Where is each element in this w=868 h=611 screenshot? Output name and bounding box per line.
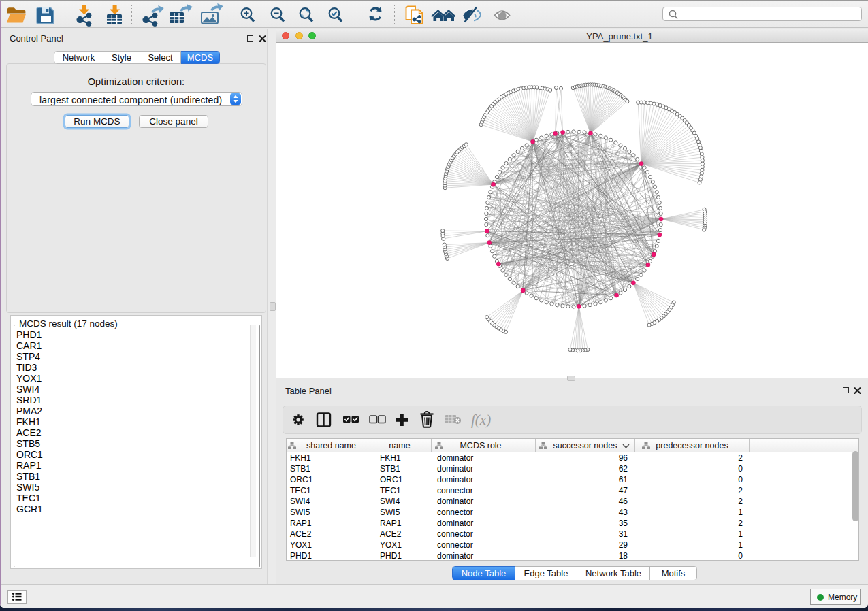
svg-text:f(x): f(x) <box>471 412 491 428</box>
